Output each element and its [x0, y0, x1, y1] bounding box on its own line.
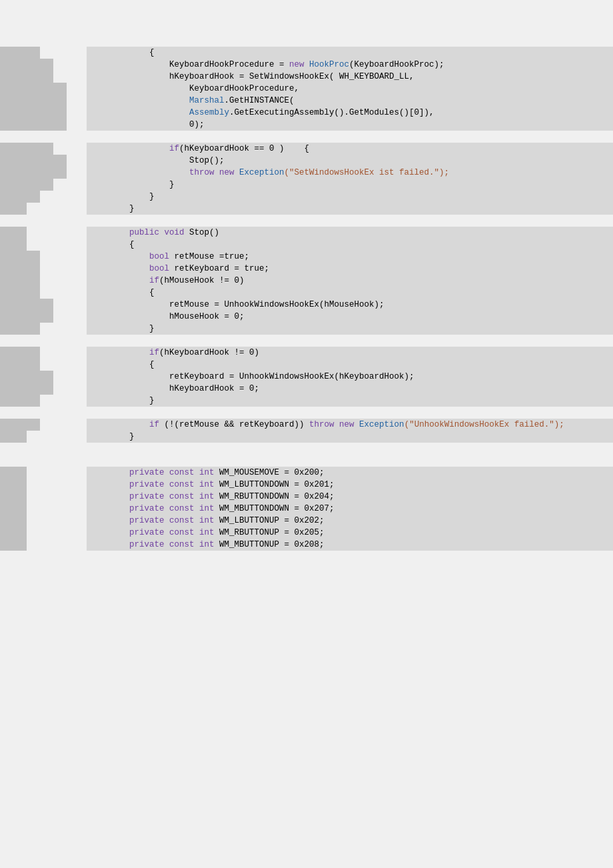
code-line: [0, 215, 613, 227]
code-line: retKeyboard = UnhookWindowsHookEx(hKeybo…: [0, 371, 613, 383]
code-line: retMouse = UnhookWindowsHookEx(hMouseHoo…: [0, 299, 613, 311]
code-line: }: [0, 203, 613, 215]
code-line: private const int WM_MBUTTONDOWN = 0x207…: [0, 503, 613, 515]
code-viewer: { KeyboardHookProcedure = new HookProc(K…: [0, 40, 613, 557]
code-line: private const int WM_RBUTTONDOWN = 0x204…: [0, 491, 613, 503]
code-line: private const int WM_LBUTTONUP = 0x202;: [0, 515, 613, 527]
code-line: 0);: [0, 119, 613, 131]
code-line: hKeyboardHook = 0;: [0, 383, 613, 395]
code-line: if (!(retMouse && retKeyboard)) throw ne…: [0, 419, 613, 431]
code-line: bool retKeyboard = true;: [0, 263, 613, 275]
code-line: {: [0, 239, 613, 251]
code-line: if(hKeyboardHook == 0 ) {: [0, 143, 613, 155]
code-line: }: [0, 179, 613, 191]
code-line: private const int WM_MBUTTONUP = 0x208;: [0, 539, 613, 551]
code-line: [0, 443, 613, 455]
code-line: [0, 131, 613, 143]
code-line: KeyboardHookProcedure = new HookProc(Key…: [0, 59, 613, 71]
code-line: throw new Exception("SetWindowsHookEx is…: [0, 167, 613, 179]
code-line: }: [0, 431, 613, 443]
code-line: }: [0, 323, 613, 335]
code-line: {: [0, 359, 613, 371]
code-line: if(hKeyboardHook != 0): [0, 347, 613, 359]
code-line: bool retMouse =true;: [0, 251, 613, 263]
code-line: {: [0, 287, 613, 299]
code-line: [0, 455, 613, 467]
code-line: public void Stop(): [0, 227, 613, 239]
code-line: hMouseHook = 0;: [0, 311, 613, 323]
code-line: [0, 335, 613, 347]
code-line: Assembly.GetExecutingAssembly().GetModul…: [0, 107, 613, 119]
code-line: }: [0, 395, 613, 407]
code-line: {: [0, 47, 613, 59]
code-line: Marshal.GetHINSTANCE(: [0, 95, 613, 107]
code-line: }: [0, 191, 613, 203]
code-line: Stop();: [0, 155, 613, 167]
code-line: private const int WM_MOUSEMOVE = 0x200;: [0, 467, 613, 479]
code-line: KeyboardHookProcedure,: [0, 83, 613, 95]
code-line: private const int WM_RBUTTONUP = 0x205;: [0, 527, 613, 539]
code-line: hKeyboardHook = SetWindowsHookEx( WH_KEY…: [0, 71, 613, 83]
code-line: private const int WM_LBUTTONDOWN = 0x201…: [0, 479, 613, 491]
code-line: if(hMouseHook != 0): [0, 275, 613, 287]
code-line: [0, 407, 613, 419]
